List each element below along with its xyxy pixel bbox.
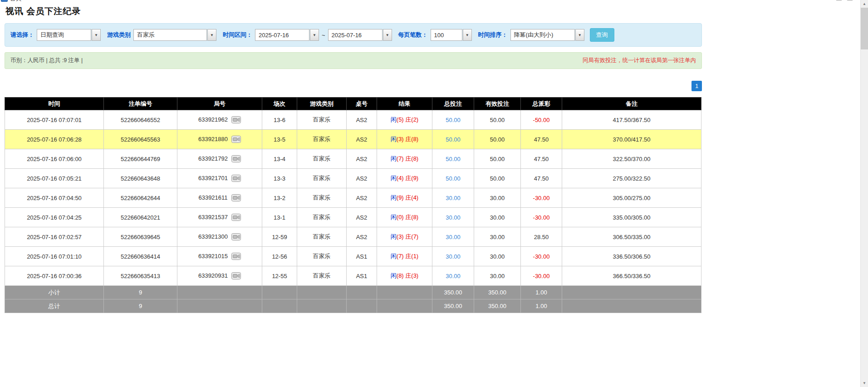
total-bet-cell[interactable]: 50.00 <box>432 169 474 188</box>
tool-icon[interactable] <box>847 0 853 0</box>
video-replay-icon[interactable] <box>231 233 241 240</box>
chevron-down-icon[interactable]: ▼ <box>310 29 319 41</box>
page-button-1[interactable]: 1 <box>691 81 702 91</box>
note-cell: 322.50/370.00 <box>562 149 701 169</box>
banker-score: (4) <box>411 194 418 201</box>
column-header: 有效投注 <box>474 98 521 110</box>
table-no-cell: AS2 <box>347 208 377 227</box>
page-title: 视讯 会员下注纪录 <box>5 5 702 17</box>
bet-records-table: 时间注单编号局号场次游戏类别桌号结果总投注有效投注总派彩备注 2025-07-1… <box>5 97 701 313</box>
column-header: 游戏类别 <box>297 98 347 110</box>
total-bet-cell[interactable]: 30.00 <box>432 266 474 286</box>
result-cell: 闲(4) 庄(9) <box>377 169 432 188</box>
banker-result: 庄 <box>405 214 411 220</box>
scrollbar-thumb[interactable] <box>861 8 868 49</box>
scroll-down-arrow[interactable]: ▼ <box>861 379 868 387</box>
round-cell: 633921015 <box>177 247 262 266</box>
total-bet-cell[interactable]: 30.00 <box>432 208 474 227</box>
round-cell: 633921792 <box>177 149 262 169</box>
game-type-cell: 百家乐 <box>297 188 347 208</box>
player-score: (7) <box>397 253 404 260</box>
video-replay-icon[interactable] <box>231 136 241 143</box>
table-no-cell: AS2 <box>347 149 377 169</box>
chevron-down-icon[interactable]: ▼ <box>207 29 216 41</box>
banker-score: (1) <box>411 253 418 260</box>
video-replay-icon[interactable] <box>231 253 241 260</box>
date-from-input[interactable] <box>255 29 309 41</box>
total-bet-cell[interactable]: 50.00 <box>432 130 474 149</box>
valid-bet-cell: 30.00 <box>474 266 521 286</box>
scroll-up-arrow[interactable]: ▲ <box>861 0 868 8</box>
round-cell: 633921537 <box>177 208 262 227</box>
bet-id-cell: 522660636414 <box>104 247 177 266</box>
video-replay-icon[interactable] <box>231 214 241 221</box>
result-cell: 闲(5) 庄(2) <box>377 110 432 130</box>
total-bet-cell[interactable]: 30.00 <box>432 188 474 208</box>
total-payout: 1.00 <box>521 299 562 313</box>
game-type-input[interactable] <box>133 29 207 41</box>
date-to-select[interactable]: ▼ <box>328 29 392 41</box>
page-size-select[interactable]: ▼ <box>431 29 472 41</box>
round-cell: 633921300 <box>177 227 262 247</box>
total-bet-cell[interactable]: 30.00 <box>432 247 474 266</box>
valid-bet-cell: 30.00 <box>474 227 521 247</box>
total-bet-cell[interactable]: 50.00 <box>432 149 474 169</box>
time-sort-select[interactable]: ▼ <box>510 29 584 41</box>
bet-id-cell: 522660642021 <box>104 208 177 227</box>
banker-score: (2) <box>411 116 418 123</box>
table-no-cell: AS2 <box>347 188 377 208</box>
date-from-select[interactable]: ▼ <box>255 29 319 41</box>
player-score: (8) <box>397 272 404 279</box>
result-cell: 闲(0) 庄(8) <box>377 208 432 227</box>
chevron-down-icon[interactable]: ▼ <box>463 29 472 41</box>
note-cell: 306.50/335.00 <box>562 227 701 247</box>
round-id: 633921880 <box>198 136 228 142</box>
total-bet-cell[interactable]: 50.00 <box>432 110 474 130</box>
query-type-select[interactable]: ▼ <box>37 29 101 41</box>
player-score: (4) <box>397 175 404 181</box>
page-size-input[interactable] <box>431 29 462 41</box>
empty-cell <box>297 286 347 299</box>
video-replay-icon[interactable] <box>231 155 241 162</box>
time-cell: 2025-07-16 07:06:00 <box>5 149 104 169</box>
table-no-cell: AS1 <box>347 266 377 286</box>
session-cell: 13-2 <box>262 188 297 208</box>
search-button[interactable]: 查询 <box>590 28 614 42</box>
time-cell: 2025-07-16 07:05:21 <box>5 169 104 188</box>
pagination: 1 <box>5 81 702 92</box>
payout-cell: -30.00 <box>521 247 562 266</box>
video-replay-icon[interactable] <box>231 272 241 279</box>
time-sort-label: 时间排序： <box>478 31 508 39</box>
payout-cell: 47.50 <box>521 169 562 188</box>
video-replay-icon[interactable] <box>231 175 241 182</box>
session-cell: 13-1 <box>262 208 297 227</box>
game-type-cell: 百家乐 <box>297 208 347 227</box>
chevron-down-icon[interactable]: ▼ <box>383 29 392 41</box>
vertical-scrollbar[interactable]: ▲ ▼ <box>860 0 868 387</box>
chevron-down-icon[interactable]: ▼ <box>92 29 101 41</box>
tool-icon[interactable] <box>836 0 842 0</box>
column-header: 备注 <box>562 98 701 110</box>
game-type-cell: 百家乐 <box>297 227 347 247</box>
table-no-cell: AS2 <box>347 130 377 149</box>
player-score: (3) <box>397 136 404 142</box>
column-header: 注单编号 <box>104 98 177 110</box>
bet-id-cell: 522660646552 <box>104 110 177 130</box>
game-type-select[interactable]: ▼ <box>133 29 216 41</box>
video-replay-icon[interactable] <box>231 116 241 123</box>
player-result: 闲 <box>391 175 397 181</box>
session-cell: 13-5 <box>262 130 297 149</box>
result-cell: 闲(8) 庄(3) <box>377 266 432 286</box>
video-replay-icon[interactable] <box>231 194 241 201</box>
time-sort-input[interactable] <box>510 29 575 41</box>
home-tab[interactable]: 首页 <box>1 0 22 3</box>
total-bet-cell[interactable]: 30.00 <box>432 227 474 247</box>
result-cell: 闲(3) 庄(7) <box>377 227 432 247</box>
query-type-input[interactable] <box>37 29 91 41</box>
date-to-input[interactable] <box>328 29 383 41</box>
chevron-down-icon[interactable]: ▼ <box>575 29 584 41</box>
total-row: 总计 9 350.00 350.00 1.00 <box>5 299 701 313</box>
home-tab-icon <box>1 0 8 2</box>
table-row: 2025-07-16 07:04:50522660642644633921611… <box>5 188 701 208</box>
banker-score: (8) <box>411 155 418 162</box>
